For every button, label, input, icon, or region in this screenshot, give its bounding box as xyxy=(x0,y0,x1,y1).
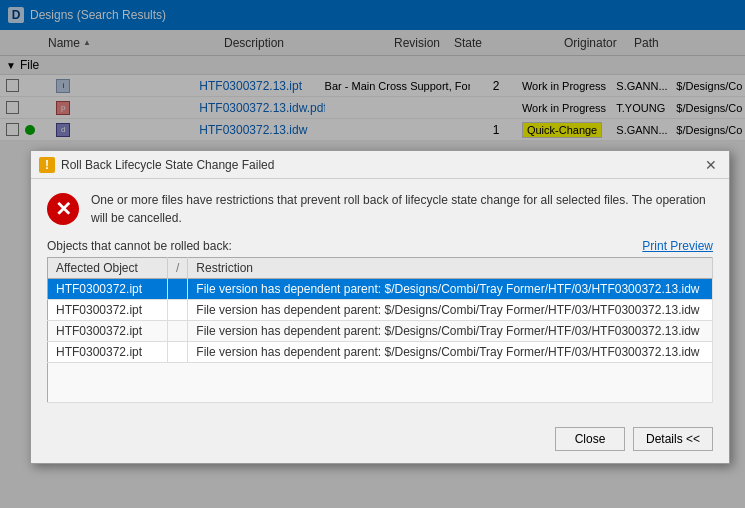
divider-cell xyxy=(168,279,188,300)
modal-title-left: ! Roll Back Lifecycle State Change Faile… xyxy=(39,157,274,173)
modal-title-text: Roll Back Lifecycle State Change Failed xyxy=(61,158,274,172)
modal-close-x-button[interactable]: ✕ xyxy=(701,155,721,175)
close-button[interactable]: Close xyxy=(555,427,625,451)
restriction-cell: File version has dependent parent: $/Des… xyxy=(188,279,713,300)
error-icon: ✕ xyxy=(47,193,79,225)
divider-cell xyxy=(168,300,188,321)
table-header-row: Affected Object / Restriction xyxy=(48,258,713,279)
table-empty-row xyxy=(48,363,713,403)
modal-title-bar: ! Roll Back Lifecycle State Change Faile… xyxy=(31,151,729,179)
objects-cannot-rollback-label: Objects that cannot be rolled back: xyxy=(47,239,232,253)
modal-body: ✕ One or more files have restrictions th… xyxy=(31,179,729,427)
modal-warning-icon: ! xyxy=(39,157,55,173)
restriction-cell: File version has dependent parent: $/Des… xyxy=(188,321,713,342)
affected-object-cell: HTF0300372.ipt xyxy=(48,300,168,321)
table-row[interactable]: HTF0300372.ipt File version has dependen… xyxy=(48,342,713,363)
affected-object-cell: HTF0300372.ipt xyxy=(48,279,168,300)
objects-label-row: Objects that cannot be rolled back: Prin… xyxy=(47,239,713,253)
restriction-cell: File version has dependent parent: $/Des… xyxy=(188,300,713,321)
divider-cell xyxy=(168,321,188,342)
col-header-restriction: Restriction xyxy=(188,258,713,279)
table-row[interactable]: HTF0300372.ipt File version has dependen… xyxy=(48,300,713,321)
col-header-affected-object: Affected Object xyxy=(48,258,168,279)
table-row[interactable]: HTF0300372.ipt File version has dependen… xyxy=(48,279,713,300)
table-row[interactable]: HTF0300372.ipt File version has dependen… xyxy=(48,321,713,342)
divider-cell xyxy=(168,342,188,363)
affected-object-cell: HTF0300372.ipt xyxy=(48,342,168,363)
restriction-cell: File version has dependent parent: $/Des… xyxy=(188,342,713,363)
modal-message: One or more files have restrictions that… xyxy=(91,191,713,227)
modal-footer: Close Details << xyxy=(31,427,729,463)
restrictions-table: Affected Object / Restriction HTF0300372… xyxy=(47,257,713,403)
print-preview-link[interactable]: Print Preview xyxy=(642,239,713,253)
details-button[interactable]: Details << xyxy=(633,427,713,451)
modal-message-row: ✕ One or more files have restrictions th… xyxy=(47,191,713,227)
col-header-divider: / xyxy=(168,258,188,279)
affected-object-cell: HTF0300372.ipt xyxy=(48,321,168,342)
modal-dialog: ! Roll Back Lifecycle State Change Faile… xyxy=(30,150,730,464)
